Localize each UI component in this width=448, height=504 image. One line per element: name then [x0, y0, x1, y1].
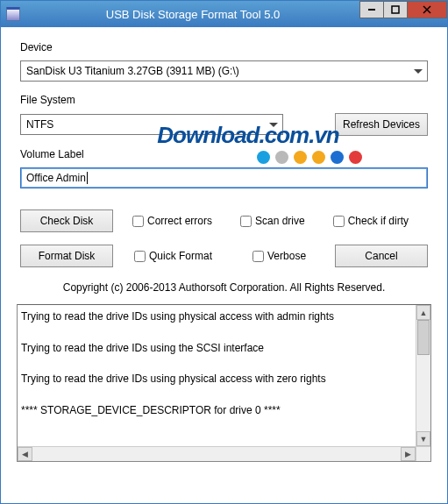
copyright-text: Copyright (c) 2006-2013 Authorsoft Corpo… — [20, 281, 428, 294]
filesystem-label: File System — [20, 94, 428, 106]
device-select[interactable]: SanDisk U3 Titanium 3.27GB (3911 MB) (G:… — [20, 60, 428, 82]
device-label: Device — [20, 41, 428, 53]
scroll-corner — [416, 446, 430, 461]
watermark-dot — [294, 151, 307, 164]
format-disk-button[interactable]: Format Disk — [20, 245, 113, 267]
watermark-dot — [349, 151, 362, 164]
scroll-thumb[interactable] — [417, 320, 430, 355]
horizontal-scrollbar[interactable]: ◀ ▶ — [18, 446, 416, 461]
correct-errors-checkbox[interactable]: Correct errors — [132, 215, 212, 227]
log-line: **** STORAGE_DEVICE_DESCRIPTOR for drive… — [21, 404, 412, 418]
minimize-button[interactable] — [359, 1, 384, 18]
watermark-dot — [257, 151, 270, 164]
maximize-button[interactable] — [383, 1, 408, 18]
volume-label-input[interactable]: Office Admin — [20, 167, 428, 188]
cancel-button[interactable]: Cancel — [335, 245, 428, 267]
log-line: Trying to read the drive IDs using physi… — [21, 373, 412, 387]
verbose-checkbox[interactable]: Verbose — [252, 250, 306, 262]
close-button[interactable] — [407, 1, 447, 18]
scan-drive-checkbox[interactable]: Scan drive — [240, 215, 305, 227]
watermark-dot — [275, 151, 288, 164]
volume-label-value: Office Admin — [26, 172, 86, 184]
svg-rect-1 — [392, 6, 399, 13]
scroll-left-arrow[interactable]: ◀ — [18, 447, 32, 461]
watermark-dot — [312, 151, 325, 164]
log-line: Trying to read the drive IDs using physi… — [21, 310, 412, 324]
usb-icon — [6, 7, 20, 21]
log-output: Trying to read the drive IDs using physi… — [17, 304, 431, 462]
window-title: USB Disk Storage Format Tool 5.0 — [25, 8, 360, 21]
watermark-logo: Download.com.vn — [134, 122, 362, 164]
watermark-dot — [331, 151, 344, 164]
titlebar[interactable]: USB Disk Storage Format Tool 5.0 — [1, 1, 447, 27]
check-if-dirty-checkbox[interactable]: Check if dirty — [333, 215, 409, 227]
scroll-right-arrow[interactable]: ▶ — [401, 447, 416, 461]
check-disk-button[interactable]: Check Disk — [20, 209, 113, 232]
log-line: Trying to read the drive IDs using the S… — [21, 342, 412, 356]
scroll-up-arrow[interactable]: ▲ — [416, 305, 430, 320]
quick-format-checkbox[interactable]: Quick Format — [134, 250, 212, 262]
scroll-down-arrow[interactable]: ▼ — [416, 431, 430, 446]
vertical-scrollbar[interactable]: ▲ ▼ — [416, 305, 430, 446]
